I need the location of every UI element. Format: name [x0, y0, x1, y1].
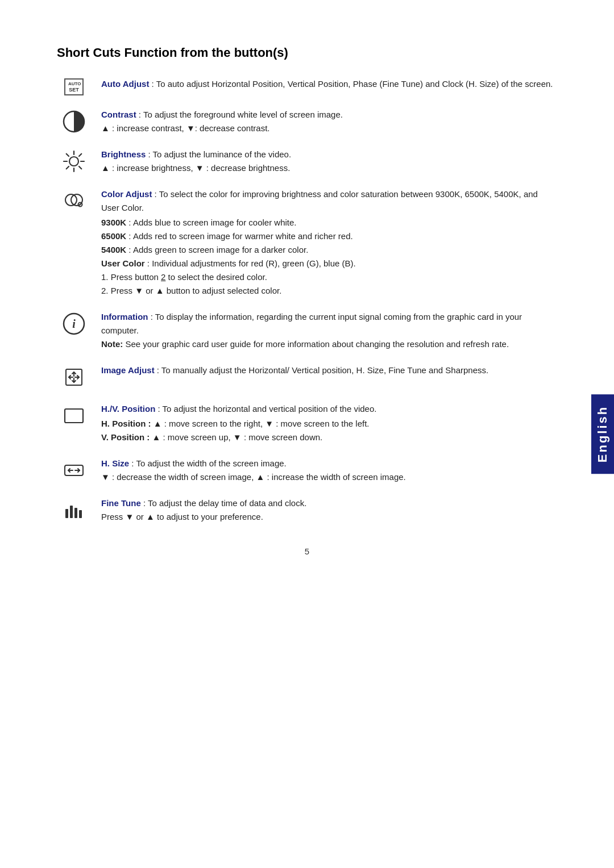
list-item: Color Adjust : To select the color for i…: [57, 187, 557, 298]
contrast-sub: ▲ : increase contrast, ▼: decrease contr…: [101, 122, 557, 135]
sub-list-item: User Color : Individual adjustments for …: [101, 257, 557, 270]
svg-text:i: i: [72, 318, 76, 330]
brightness-icon: [57, 148, 91, 174]
h-size-sub: ▼ : decrease the width of screen image, …: [101, 470, 557, 484]
svg-point-1: [69, 157, 78, 166]
list-item: AUTO SET Auto Adjust : To auto adjust Ho…: [57, 77, 557, 95]
color-adjust-text: Color Adjust : To select the color for i…: [101, 187, 557, 298]
color-adjust-icon: [57, 187, 91, 214]
sub-list-item: 5400K : Adds green to screen image for a…: [101, 243, 557, 257]
page-title: Short Cuts Function from the button(s): [57, 45, 557, 60]
svg-rect-25: [65, 509, 68, 518]
list-item: Brightness : To adjust the luminance of …: [57, 148, 557, 175]
h-size-label: H. Size: [101, 458, 129, 468]
color-adjust-label: Color Adjust: [101, 189, 152, 199]
hv-position-icon: [57, 402, 91, 428]
svg-rect-26: [70, 506, 73, 518]
sub-list-item: 2. Press ▼ or ▲ button to adjust selecte…: [101, 284, 557, 298]
image-adjust-icon: [57, 364, 91, 390]
h-size-text: H. Size : To adjust the width of the scr…: [101, 457, 557, 484]
h-size-icon: [57, 457, 91, 483]
list-item: Contrast : To adjust the foreground whit…: [57, 108, 557, 135]
list-item: Fine Tune : To adjust the delay time of …: [57, 496, 557, 524]
svg-rect-28: [79, 510, 82, 518]
page-number: 5: [57, 546, 557, 556]
page-container: English Short Cuts Function from the but…: [0, 0, 614, 868]
auto-adjust-label: Auto Adjust: [101, 79, 149, 89]
image-adjust-label: Image Adjust: [101, 365, 155, 375]
list-item: H./V. Position : To adjust the horizonta…: [57, 402, 557, 444]
contrast-label: Contrast: [101, 110, 136, 119]
fine-tune-icon: [57, 496, 91, 523]
svg-point-13: [80, 204, 81, 205]
contrast-text: Contrast : To adjust the foreground whit…: [101, 108, 557, 135]
hv-position-sublist: H. Position : ▲ : move screen to the rig…: [101, 417, 557, 444]
contrast-icon: [57, 108, 91, 134]
svg-line-9: [67, 166, 69, 169]
sub-list-item: V. Position : ▲ : move screen up, ▼ : mo…: [101, 431, 557, 444]
svg-line-6: [67, 154, 69, 156]
information-icon: i: [57, 310, 91, 336]
list-item: Image Adjust : To manually adjust the Ho…: [57, 364, 557, 390]
hv-position-text: H./V. Position : To adjust the horizonta…: [101, 402, 557, 444]
brightness-sub: ▲ : increase brightness, ▼ : decrease br…: [101, 161, 557, 175]
hv-position-label: H./V. Position: [101, 404, 155, 414]
sub-list-item: 6500K : Adds red to screen image for war…: [101, 229, 557, 243]
svg-rect-27: [74, 508, 77, 518]
sub-list-item: 1. Press button 2 to select the desired …: [101, 270, 557, 284]
fine-tune-text: Fine Tune : To adjust the delay time of …: [101, 496, 557, 524]
image-adjust-text: Image Adjust : To manually adjust the Ho…: [101, 364, 557, 377]
brightness-text: Brightness : To adjust the luminance of …: [101, 148, 557, 175]
sub-list-item: H. Position : ▲ : move screen to the rig…: [101, 417, 557, 431]
auto-adjust-text: Auto Adjust : To auto adjust Horizontal …: [101, 77, 557, 91]
svg-line-7: [79, 166, 81, 169]
fine-tune-sub: Press ▼ or ▲ to adjust to your preferenc…: [101, 510, 557, 524]
section-list: AUTO SET Auto Adjust : To auto adjust Ho…: [57, 77, 557, 524]
fine-tune-label: Fine Tune: [101, 498, 141, 508]
svg-rect-21: [65, 409, 83, 423]
list-item: H. Size : To adjust the width of the scr…: [57, 457, 557, 484]
svg-rect-22: [65, 465, 83, 475]
brightness-label: Brightness: [101, 149, 146, 159]
auto-adjust-desc: : To auto adjust Horizontal Position, Ve…: [149, 79, 553, 89]
color-adjust-sublist: 9300K : Adds blue to screen image for co…: [101, 216, 557, 298]
svg-line-8: [79, 154, 81, 156]
language-tab: English: [591, 394, 614, 474]
auto-adjust-icon: AUTO SET: [57, 77, 91, 95]
list-item: i Information : To display the informati…: [57, 310, 557, 351]
information-label: Information: [101, 312, 148, 322]
sub-list-item: 9300K : Adds blue to screen image for co…: [101, 216, 557, 229]
information-note: Note: See your graphic card user guide f…: [101, 337, 557, 351]
information-text: Information : To display the information…: [101, 310, 557, 351]
